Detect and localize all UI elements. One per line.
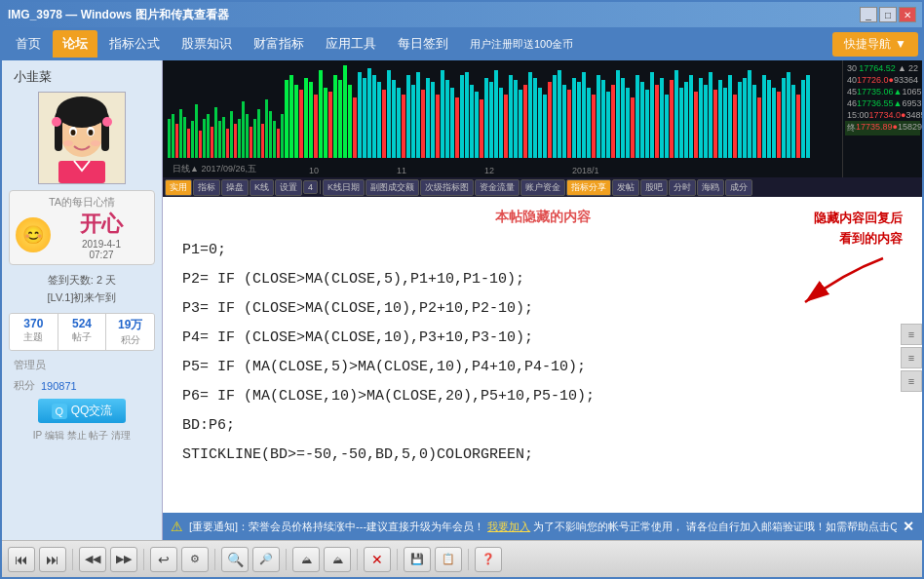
chart-btn-gubar[interactable]: 股吧 <box>640 179 668 196</box>
svg-rect-78 <box>445 80 449 158</box>
svg-rect-134 <box>718 80 722 158</box>
nav-signin[interactable]: 每日签到 <box>388 30 458 58</box>
tb-rotate[interactable]: ↩ <box>150 547 177 572</box>
svg-rect-143 <box>762 75 766 158</box>
svg-rect-70 <box>406 75 410 158</box>
svg-rect-138 <box>738 82 742 158</box>
quick-nav-button[interactable]: 快捷导航 ▼ <box>832 32 918 57</box>
svg-rect-124 <box>670 80 674 158</box>
nav-register[interactable]: 用户注册即送100金币 <box>460 30 583 58</box>
tb-delete[interactable]: ✕ <box>364 547 391 572</box>
svg-rect-29 <box>222 117 225 158</box>
nav-tools[interactable]: 应用工具 <box>316 30 386 58</box>
tb-zoom-out[interactable]: 🔎 <box>252 547 280 572</box>
svg-rect-50 <box>309 82 313 158</box>
svg-rect-121 <box>655 85 659 158</box>
chart-btn-share[interactable]: 指标分享 <box>566 179 611 196</box>
chart-data-panel: 30 17764.52 ▲ 22 40 17726.0● 933 64 45 1… <box>842 60 922 177</box>
chart-row-5: 15:00 17734.0● 348 5 <box>845 109 920 121</box>
qq-button[interactable]: Q QQ交流 <box>38 399 127 423</box>
chart-row-2: 40 17726.0● 933 64 <box>845 74 920 86</box>
maximize-button[interactable]: □ <box>879 7 897 22</box>
side-btn-1[interactable]: ≡ <box>901 324 922 345</box>
tb-help[interactable]: ❓ <box>475 547 502 572</box>
chart-btn-operate[interactable]: 操盘 <box>221 179 249 196</box>
svg-rect-24 <box>203 119 206 158</box>
chart-btn-cashflow[interactable]: 资金流量 <box>475 179 520 196</box>
side-actions: ≡ ≡ ≡ <box>901 324 922 392</box>
chart-btn-kdate[interactable]: K线日期 <box>323 179 365 196</box>
svg-rect-122 <box>660 78 664 158</box>
svg-rect-84 <box>475 92 479 158</box>
svg-rect-74 <box>426 78 430 158</box>
svg-rect-149 <box>791 85 795 158</box>
chart-btn-post[interactable]: 发帖 <box>612 179 639 196</box>
notif-link[interactable]: 我要加入 <box>487 521 530 532</box>
svg-rect-137 <box>733 95 737 158</box>
svg-rect-55 <box>333 75 337 158</box>
chart-btn-haiou[interactable]: 海鸥 <box>697 179 724 196</box>
svg-rect-59 <box>353 97 357 158</box>
tb-settings[interactable]: ⚙ <box>181 547 209 572</box>
nav-wealth[interactable]: 财富指标 <box>244 30 314 58</box>
tb-copy[interactable]: 📋 <box>435 547 462 572</box>
svg-rect-111 <box>606 92 610 158</box>
svg-point-5 <box>57 96 107 128</box>
chart-btn-subindicator[interactable]: 次级指标图 <box>420 179 474 196</box>
tb-save[interactable]: 💾 <box>404 547 431 572</box>
tb-mountain-2[interactable]: ⛰ <box>324 547 351 572</box>
tb-next-end[interactable]: ⏭ <box>39 547 66 572</box>
svg-rect-48 <box>299 90 303 158</box>
svg-rect-97 <box>538 88 542 158</box>
role-row: 管理员 <box>8 358 46 372</box>
chart-btn-amount[interactable]: 副图成交额 <box>366 179 419 196</box>
mood-time: 07:27 <box>55 250 148 260</box>
taskbar: ⏮ ⏭ ◀◀ ▶▶ ↩ ⚙ 🔍 🔎 ⛰ ⛰ ✕ 💾 📋 ❓ <box>2 540 922 577</box>
tb-mountain-1[interactable]: ⛰ <box>292 547 320 572</box>
svg-rect-68 <box>397 88 401 158</box>
side-btn-3[interactable]: ≡ <box>901 370 922 392</box>
svg-rect-81 <box>460 75 464 158</box>
nav-forum[interactable]: 论坛 <box>53 30 97 58</box>
svg-rect-82 <box>465 72 469 158</box>
svg-rect-129 <box>694 92 698 158</box>
svg-rect-31 <box>230 111 233 158</box>
nav-index[interactable]: 指标公式 <box>99 30 170 58</box>
chart-btn-settings[interactable]: 设置 <box>275 179 302 196</box>
svg-rect-120 <box>650 72 654 158</box>
minimize-button[interactable]: _ <box>860 7 877 22</box>
nav-home[interactable]: 首页 <box>6 30 51 58</box>
svg-rect-40 <box>265 99 268 158</box>
chart-btn-utility[interactable]: 实用 <box>165 179 192 196</box>
svg-rect-19 <box>183 117 186 158</box>
tb-forward[interactable]: ▶▶ <box>110 547 137 572</box>
notif-close[interactable]: ✕ <box>903 519 914 534</box>
chart-btn-composition[interactable]: 成分 <box>725 179 752 196</box>
svg-point-13 <box>52 117 61 127</box>
mood-box: TA的每日心情 😊 开心 2019-4-1 07:27 <box>9 190 155 265</box>
svg-rect-51 <box>314 95 318 158</box>
tb-prev-start[interactable]: ⏮ <box>8 547 35 572</box>
nav-stock[interactable]: 股票知识 <box>172 30 242 58</box>
chart-btn-indicator[interactable]: 指标 <box>193 179 220 196</box>
close-button[interactable]: ✕ <box>899 7 916 22</box>
chart-btn-4[interactable]: 4 <box>303 180 318 194</box>
title-bar: IMG_3978 — Windows 图片和传真查看器 _ □ ✕ <box>2 2 922 27</box>
svg-rect-16 <box>172 114 174 158</box>
svg-rect-76 <box>436 95 440 158</box>
svg-rect-148 <box>787 72 790 158</box>
tb-zoom-in[interactable]: 🔍 <box>221 547 249 572</box>
tb-back[interactable]: ◀◀ <box>79 547 106 572</box>
side-btn-2[interactable]: ≡ <box>901 347 922 368</box>
svg-rect-37 <box>253 119 256 158</box>
mood-title: TA的每日心情 <box>16 195 148 210</box>
svg-rect-126 <box>679 88 683 158</box>
chart-btn-account[interactable]: 账户资金 <box>520 179 565 196</box>
notif-icon: ⚠ <box>171 519 183 534</box>
chart-btn-timeshare[interactable]: 分时 <box>669 179 696 196</box>
svg-point-14 <box>102 117 112 127</box>
chart-btn-kline[interactable]: K线 <box>250 179 274 196</box>
avatar-image <box>39 93 125 183</box>
window-title: IMG_3978 — Windows 图片和传真查看器 <box>8 7 229 23</box>
svg-rect-125 <box>674 70 678 158</box>
